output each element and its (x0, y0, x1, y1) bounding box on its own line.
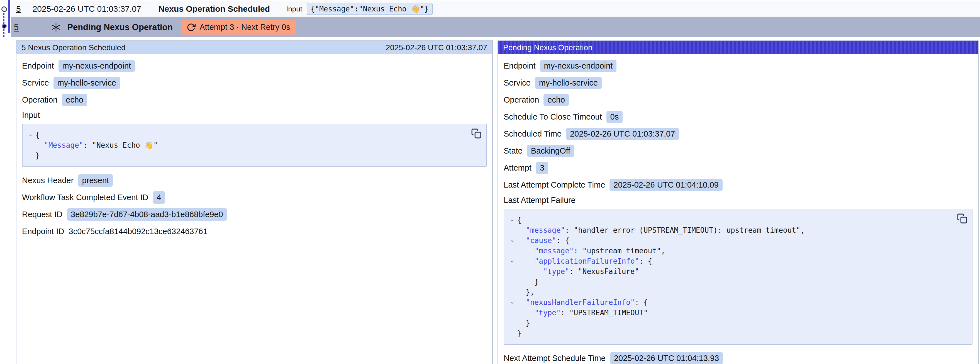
field-service: Service my-hello-service (504, 77, 972, 89)
copy-button[interactable] (471, 128, 482, 139)
json-line: "applicationFailureInfo": { (517, 256, 652, 267)
field-service: Service my-hello-service (22, 77, 487, 89)
json-line: { (517, 215, 522, 225)
timeline-node-filled-icon (2, 24, 7, 29)
json-line: { (35, 130, 40, 140)
field-label: Endpoint (504, 61, 536, 70)
json-line: } (35, 150, 40, 161)
gutter-spacer (507, 267, 517, 277)
field-label: Endpoint (22, 61, 54, 70)
retry-icon (187, 23, 196, 32)
copy-icon (957, 213, 967, 224)
gutter-spacer (507, 318, 517, 328)
field-value-badge: BackingOff (527, 145, 574, 157)
field-value-badge: my-nexus-endpoint (59, 60, 135, 72)
pending-operation-panel: Pending Nexus Operation Endpoint my-nexu… (498, 40, 978, 364)
pending-operation-row[interactable]: 5 Pending Nexus Operation Attempt 3 · Ne… (11, 17, 980, 37)
field-label: Schedule To Close Timeout (504, 112, 602, 121)
input-json-viewer: { "Message": "Nexus Echo 👋"} (22, 124, 487, 167)
collapse-chevron-icon[interactable] (507, 256, 517, 267)
field-schedule-to-close-timeout: Schedule To Close Timeout 0s (504, 111, 972, 123)
field-state: State BackingOff (504, 145, 972, 157)
field-request-id: Request ID 3e829b7e-7d67-4b08-aad3-b1e86… (22, 208, 487, 220)
timeline-accent-bar (8, 0, 10, 33)
event-panel-header: 5 Nexus Operation Scheduled 2025-02-26 U… (16, 41, 492, 54)
json-line: } (517, 328, 522, 338)
field-value-badge: my-hello-service (535, 77, 602, 89)
field-value-badge: echo (544, 94, 569, 106)
pending-asterisk-icon (51, 22, 61, 32)
field-label: Last Attempt Complete Time (504, 180, 605, 190)
field-label: Service (22, 78, 49, 88)
event-details-panel: 5 Nexus Operation Scheduled 2025-02-26 U… (16, 40, 493, 364)
field-scheduled-time: Scheduled Time 2025-02-26 UTC 01:03:37.0… (504, 128, 972, 140)
json-line: } (517, 318, 530, 328)
json-line: "Message": "Nexus Echo 👋" (35, 140, 158, 150)
collapse-chevron-icon[interactable] (507, 215, 517, 225)
field-endpoint: Endpoint my-nexus-endpoint (22, 60, 487, 72)
field-attempt: Attempt 3 (504, 162, 972, 174)
gutter-spacer (507, 277, 517, 287)
field-label: Next Attempt Schedule Time (504, 354, 606, 363)
field-label: Operation (504, 95, 539, 105)
event-input-label: Input (286, 5, 302, 13)
field-value-badge: 0s (606, 111, 623, 123)
field-last-attempt-complete-time: Last Attempt Complete Time 2025-02-26 UT… (504, 179, 972, 191)
retry-status-badge: Attempt 3 · Next Retry 0s (181, 20, 296, 35)
field-value-badge: 2025-02-26 UTC 01:04:13.93 (610, 352, 723, 364)
field-label: Attempt (504, 163, 531, 172)
gutter-spacer (507, 328, 517, 338)
field-label: Workflow Task Completed Event ID (22, 193, 148, 202)
json-line: } (517, 277, 539, 287)
event-panel-timestamp: 2025-02-26 UTC 01:03:37.07 (386, 43, 487, 52)
event-panel-title: 5 Nexus Operation Scheduled (21, 43, 126, 52)
field-workflow-task-completed-event-id: Workflow Task Completed Event ID 4 (22, 191, 487, 203)
pending-panel-title: Pending Nexus Operation (503, 43, 592, 52)
field-endpoint: Endpoint my-nexus-endpoint (504, 60, 972, 72)
field-label: Service (504, 78, 531, 88)
field-label: Request ID (22, 210, 62, 219)
field-value-badge: 4 (153, 191, 165, 204)
pending-panel-body: Endpoint my-nexus-endpoint Service my-he… (498, 54, 978, 364)
endpoint-id-link[interactable]: 3c0c75ccfa8144b092c13ce632463761 (69, 227, 208, 236)
copy-button[interactable] (957, 213, 967, 224)
event-timestamp: 2025-02-26 UTC 01:03:37.07 (33, 4, 141, 14)
field-value-badge: present (78, 174, 113, 187)
event-row-nexus-operation-scheduled[interactable]: 5 2025-02-26 UTC 01:03:37.07 Nexus Opera… (11, 0, 980, 17)
field-value-badge: 3 (536, 162, 548, 174)
field-endpoint-id: Endpoint ID 3c0c75ccfa8144b092c13ce63246… (22, 225, 487, 238)
field-nexus-header: Nexus Header present (22, 174, 487, 187)
json-line: "message": "upstream timeout", (517, 246, 665, 256)
field-label: Nexus Header (22, 176, 73, 185)
workflow-history-screen: 5 2025-02-26 UTC 01:03:37.07 Nexus Opera… (0, 0, 980, 364)
field-label: Scheduled Time (504, 129, 562, 139)
json-line: "type": "UPSTREAM_TIMEOUT" (517, 308, 648, 318)
event-title: Nexus Operation Scheduled (159, 4, 270, 14)
pending-id-link[interactable]: 5 (14, 22, 19, 32)
field-label: Operation (22, 95, 57, 105)
event-panel-body: Endpoint my-nexus-endpoint Service my-he… (16, 54, 492, 248)
field-value-badge: my-nexus-endpoint (540, 60, 617, 72)
field-next-attempt-schedule-time: Next Attempt Schedule Time 2025-02-26 UT… (504, 352, 972, 364)
event-id-link[interactable]: 5 (16, 4, 21, 14)
collapse-chevron-icon[interactable] (507, 297, 517, 308)
field-value-badge: 3e829b7e-7d67-4b08-aad3-b1e868bfe9e0 (67, 208, 227, 221)
gutter-spacer (507, 225, 517, 236)
timeline-node-open-icon (2, 6, 7, 12)
json-line: "nexusHandlerFailureInfo": { (517, 297, 648, 308)
json-line: }, (517, 287, 535, 297)
copy-icon (471, 128, 482, 139)
event-input-value-chip: {"Message":"Nexus Echo 👋"} (307, 3, 433, 15)
json-line: "type": "NexusFailure" (517, 267, 639, 277)
pending-title: Pending Nexus Operation (67, 22, 173, 32)
collapse-chevron-icon[interactable] (507, 236, 517, 246)
failure-json-viewer: { "message": "handler error (UPSTREAM_TI… (504, 209, 972, 345)
field-value-badge: my-hello-service (54, 77, 120, 89)
json-line: "cause": { (517, 236, 570, 246)
field-value-badge: 2025-02-26 UTC 01:04:10.09 (609, 179, 722, 191)
last-attempt-failure-label: Last Attempt Failure (504, 196, 972, 205)
gutter-spacer (507, 246, 517, 256)
collapse-chevron-icon[interactable] (25, 130, 35, 140)
field-operation: Operation echo (22, 94, 487, 106)
failure-json-code: { "message": "handler error (UPSTREAM_TI… (507, 215, 966, 338)
